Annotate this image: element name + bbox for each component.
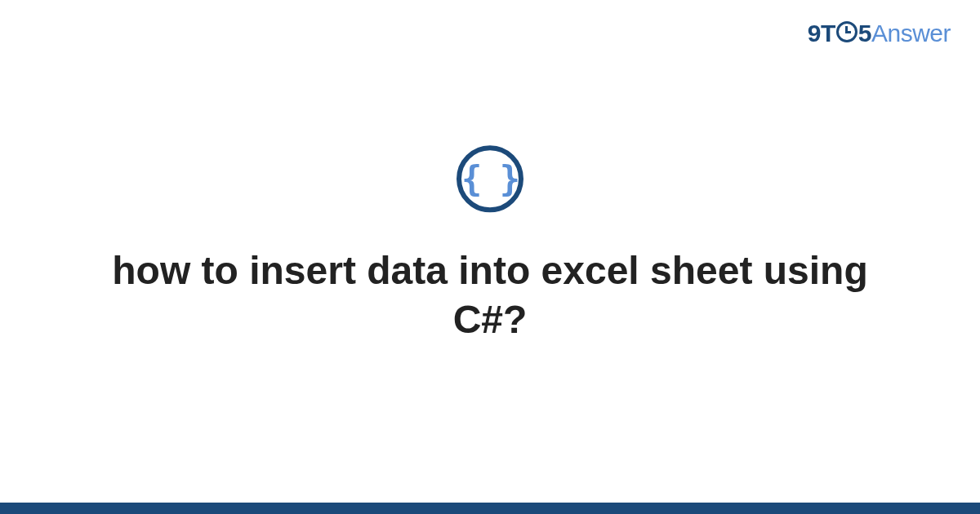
logo-text-answer: Answer xyxy=(871,20,951,47)
site-logo: 9T 5 Answer xyxy=(808,20,951,47)
braces-glyph: { } xyxy=(461,159,519,199)
code-braces-icon: { } xyxy=(457,145,523,212)
main-content: { } how to insert data into excel sheet … xyxy=(0,145,980,344)
page-title: how to insert data into excel sheet usin… xyxy=(57,246,923,344)
logo-text-5: 5 xyxy=(858,20,871,47)
logo-text-9t: 9T xyxy=(808,20,835,47)
clock-icon xyxy=(836,21,858,42)
footer-accent-bar xyxy=(0,503,980,514)
